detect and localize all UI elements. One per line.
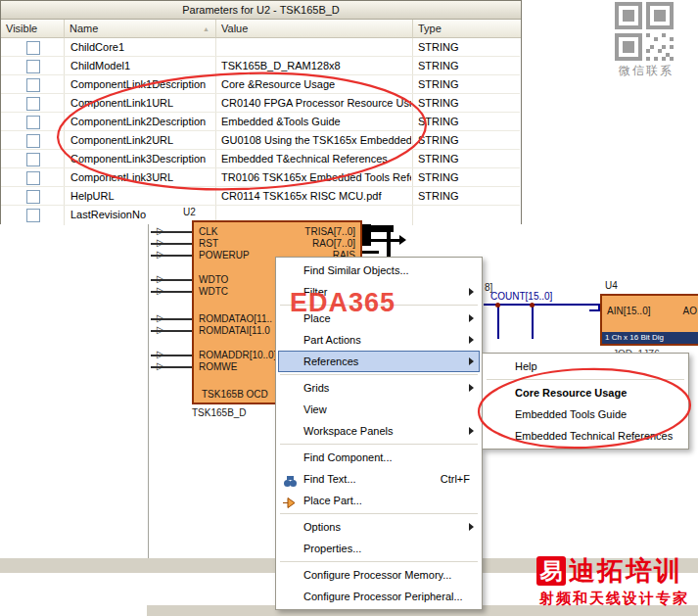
param-value: CR0114 TSK165x RISC MCU.pdf [221, 187, 411, 205]
wire [532, 304, 534, 339]
pin-direction-icon: ▷ [157, 325, 164, 335]
column-header-name[interactable]: Name ▲ [65, 20, 216, 38]
visible-checkbox[interactable] [26, 41, 40, 55]
param-row[interactable]: ComponentLink3DescriptionEmbedded T&echn… [1, 150, 520, 168]
param-name: LastRevisionNo [70, 206, 146, 223]
place-part-icon [283, 495, 298, 507]
menu-item-label: Configure Processor Peripheral... [303, 591, 463, 602]
qr-caption: 微信联系 [613, 63, 679, 79]
menu-item-help[interactable]: Help [483, 355, 688, 377]
pin-direction-icon: ▷ [157, 238, 164, 248]
menu-item-embedded-tools-guide[interactable]: Embedded Tools Guide [483, 403, 688, 425]
pin-direction-icon: ▷ [157, 313, 164, 323]
param-row[interactable]: HelpURLCR0114 TSK165x RISC MCU.pdfSTRING [1, 187, 520, 206]
wire [151, 318, 192, 320]
visible-checkbox[interactable] [26, 134, 40, 148]
menu-separator [280, 374, 478, 375]
submenu-arrow-icon [469, 384, 474, 392]
param-row[interactable]: LastRevisionNo [1, 206, 520, 224]
menu-item-label: Embedded Technical References [515, 430, 673, 442]
param-name: ComponentLink1URL [70, 94, 173, 112]
param-row[interactable]: ComponentLink3URLTR0106 TSK165x Embedded… [1, 168, 520, 187]
menu-item-place-part[interactable]: Place Part... [276, 490, 482, 511]
submenu-arrow-icon [469, 357, 474, 365]
column-header-type[interactable]: Type [413, 20, 521, 38]
menu-item-label: Grids [303, 382, 329, 394]
pin-direction-icon: ▷ [157, 250, 164, 260]
menu-item-references[interactable]: References [278, 351, 480, 372]
param-type: STRING [418, 57, 459, 74]
pin-label: AIN[15..0] [607, 306, 650, 317]
menu-item-label: Place Part... [303, 495, 362, 506]
menu-item-embedded-technical-references[interactable]: Embedded Technical References [483, 425, 688, 447]
pin-label: ROMDATAI[11.0 [199, 325, 270, 337]
menu-item-view[interactable]: View [276, 399, 482, 420]
wire [151, 291, 192, 293]
visible-checkbox[interactable] [26, 78, 40, 92]
param-name: ComponentLink2Description [70, 113, 206, 130]
param-type: STRING [418, 75, 459, 93]
component-u4[interactable]: AIN[15..0] AO 1 Ch x 16 Bit Dig [600, 294, 698, 346]
wire [598, 304, 600, 311]
column-header-label: Name [70, 23, 98, 34]
wire-junction [530, 303, 535, 308]
column-header-visible[interactable]: Visible [1, 20, 65, 38]
menu-item-find-component[interactable]: Find Component... [276, 447, 482, 468]
pin-label: TRISA[7..0] [304, 226, 355, 238]
menu-item-properties[interactable]: Properties... [276, 538, 482, 559]
menu-item-configure-processor-peripheral[interactable]: Configure Processor Peripheral... [276, 586, 482, 607]
param-name: HelpURL [70, 187, 115, 205]
component-type-label: TSK165B OCD [202, 389, 268, 401]
menu-item-core-resource-usage[interactable]: Core Resource Usage [483, 382, 688, 403]
brand-subtitle: 射频和天线设计专家 [539, 590, 689, 608]
param-type: STRING [418, 150, 459, 167]
menu-item-workspace-panels[interactable]: Workspace Panels [276, 420, 482, 442]
wire [151, 366, 192, 368]
sheet-edge-line [148, 224, 149, 558]
visible-checkbox[interactable] [26, 97, 40, 111]
submenu-arrow-icon [469, 427, 474, 435]
param-row[interactable]: ChildModel1TSK165B_D_RAM128x8STRING [1, 57, 520, 75]
menu-item-find-similar-objects[interactable]: Find Similar Objects... [276, 260, 482, 281]
menu-item-label: Core Resource Usage [515, 387, 627, 399]
bus-wire [362, 251, 379, 254]
param-value: Embedded &Tools Guide [221, 113, 411, 130]
eda365-watermark: EDA365 [290, 288, 396, 318]
visible-checkbox[interactable] [26, 116, 40, 129]
column-header-value[interactable]: Value [216, 20, 413, 38]
menu-item-options[interactable]: Options [276, 516, 482, 538]
menu-item-part-actions[interactable]: Part Actions [276, 329, 482, 351]
pin-label: ROMDATAO[11.. [199, 313, 272, 325]
menu-item-label: References [303, 355, 358, 367]
param-row[interactable]: ComponentLink1DescriptionCore &Resource … [1, 75, 520, 94]
menu-item-configure-processor-memory[interactable]: Configure Processor Memory... [276, 564, 482, 586]
menu-item-label: Options [303, 521, 341, 533]
menu-item-label: Find Text... [303, 473, 356, 485]
menu-item-label: View [303, 403, 327, 415]
wire [497, 304, 499, 339]
param-name: ChildModel1 [70, 57, 130, 74]
param-name: ComponentLink3Description [70, 150, 206, 167]
menu-item-label: Properties... [303, 543, 361, 554]
menu-item-find-text[interactable]: Find Text... Ctrl+F [276, 468, 482, 490]
brand-text: 迪拓培训 [569, 556, 682, 586]
visible-checkbox[interactable] [26, 60, 40, 73]
param-name: ChildCore1 [70, 38, 124, 56]
u4-description-bar: 1 Ch x 16 Bit Dig [602, 332, 698, 344]
visible-checkbox[interactable] [26, 209, 40, 222]
menu-item-label: Embedded Tools Guide [515, 408, 627, 420]
param-row[interactable]: ComponentLink1URLCR0140 FPGA Processor R… [1, 94, 520, 113]
pin-label: AO [683, 306, 697, 317]
visible-checkbox[interactable] [26, 171, 40, 185]
param-row[interactable]: ChildCore1STRING [1, 38, 520, 57]
param-name: ComponentLink1Description [70, 75, 206, 93]
submenu-arrow-icon [469, 336, 474, 344]
bus-wire [387, 231, 391, 259]
param-value: Embedded T&echnical References [221, 150, 411, 167]
bus-wire [362, 239, 401, 242]
menu-item-grids[interactable]: Grids [276, 377, 482, 399]
param-row[interactable]: ComponentLink2DescriptionEmbedded &Tools… [1, 113, 520, 131]
param-row[interactable]: ComponentLink2URLGU0108 Using the TSK165… [1, 131, 520, 150]
visible-checkbox[interactable] [26, 190, 40, 204]
visible-checkbox[interactable] [26, 153, 40, 166]
